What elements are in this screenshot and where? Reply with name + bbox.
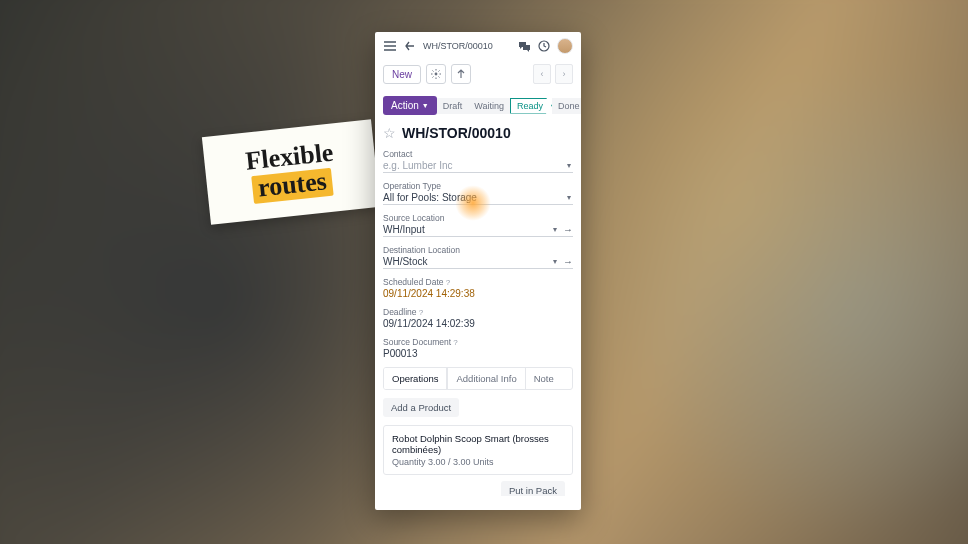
field-source-document: Source Document P00013: [383, 337, 573, 359]
add-product-button[interactable]: Add a Product: [383, 398, 459, 417]
tab-additional-info[interactable]: Additional Info: [447, 368, 524, 389]
open-link-icon[interactable]: →: [563, 224, 573, 235]
value-operation-type: All for Pools: Storage: [383, 192, 565, 203]
gear-icon[interactable]: [426, 64, 446, 84]
tabs: Operations Additional Info Note: [383, 367, 573, 390]
status-draft[interactable]: Draft: [437, 98, 469, 114]
placeholder-contact: e.g. Lumber Inc: [383, 160, 565, 171]
status-done[interactable]: Done: [552, 98, 581, 114]
form-footer: Put in Pack: [383, 475, 573, 496]
topbar: WH/STOR/00010: [375, 32, 581, 60]
value-source-location: WH/Input: [383, 224, 551, 235]
input-contact[interactable]: e.g. Lumber Inc ▾: [383, 160, 573, 173]
chat-icon[interactable]: [517, 39, 531, 53]
field-operation-type: Operation Type All for Pools: Storage ▾: [383, 181, 573, 205]
star-icon[interactable]: ☆: [383, 125, 396, 141]
form: Contact e.g. Lumber Inc ▾ Operation Type…: [375, 149, 581, 510]
label-source-location: Source Location: [383, 213, 573, 223]
toolbar: New ‹ ›: [375, 60, 581, 92]
product-name: Robot Dolphin Scoop Smart (brosses combi…: [392, 433, 564, 455]
value-deadline: 09/11/2024 14:02:39: [383, 318, 475, 329]
status-pipeline: Draft Waiting Ready Done: [437, 98, 581, 114]
label-contact: Contact: [383, 149, 573, 159]
value-scheduled-date[interactable]: 09/11/2024 14:29:38: [383, 288, 475, 299]
svg-point-1: [435, 73, 438, 76]
next-record-button[interactable]: ›: [555, 64, 573, 84]
chevron-down-icon[interactable]: ▾: [565, 161, 573, 170]
page-title: WH/STOR/00010: [402, 125, 511, 141]
breadcrumb[interactable]: WH/STOR/00010: [423, 41, 493, 51]
menu-icon[interactable]: [383, 39, 397, 53]
status-row: Action ▼ Draft Waiting Ready Done: [375, 92, 581, 123]
input-source-location[interactable]: WH/Input ▾ →: [383, 224, 573, 237]
value-destination-location: WH/Stock: [383, 256, 551, 267]
status-ready[interactable]: Ready: [510, 98, 552, 114]
action-label: Action: [391, 100, 419, 111]
put-in-pack-button[interactable]: Put in Pack: [501, 481, 565, 496]
product-card[interactable]: Robot Dolphin Scoop Smart (brosses combi…: [383, 425, 573, 475]
status-waiting[interactable]: Waiting: [468, 98, 510, 114]
field-source-location: Source Location WH/Input ▾ →: [383, 213, 573, 237]
field-contact: Contact e.g. Lumber Inc ▾: [383, 149, 573, 173]
field-deadline: Deadline 09/11/2024 14:02:39: [383, 307, 573, 329]
sticky-line2: routes: [251, 168, 334, 204]
tab-operations[interactable]: Operations: [384, 368, 447, 389]
input-operation-type[interactable]: All for Pools: Storage ▾: [383, 192, 573, 205]
sticky-note: Flexible routes: [202, 119, 380, 224]
prev-record-button[interactable]: ‹: [533, 64, 551, 84]
input-destination-location[interactable]: WH/Stock ▾ →: [383, 256, 573, 269]
back-arrow-icon[interactable]: [403, 39, 417, 53]
app-frame: WH/STOR/00010 New ‹ › Action ▼ Draft Wai…: [375, 32, 581, 510]
label-scheduled-date: Scheduled Date: [383, 277, 573, 287]
avatar[interactable]: [557, 38, 573, 54]
product-qty: Quantity 3.00 / 3.00 Units: [392, 457, 564, 467]
label-destination-location: Destination Location: [383, 245, 573, 255]
open-link-icon[interactable]: →: [563, 256, 573, 267]
new-button[interactable]: New: [383, 65, 421, 84]
field-scheduled-date: Scheduled Date 09/11/2024 14:29:38: [383, 277, 573, 299]
clock-icon[interactable]: [537, 39, 551, 53]
label-source-document: Source Document: [383, 337, 573, 347]
field-destination-location: Destination Location WH/Stock ▾ →: [383, 245, 573, 269]
label-operation-type: Operation Type: [383, 181, 573, 191]
action-button[interactable]: Action ▼: [383, 96, 437, 115]
title-bar: ☆ WH/STOR/00010: [375, 123, 581, 149]
chevron-down-icon[interactable]: ▾: [551, 225, 559, 234]
chevron-down-icon[interactable]: ▾: [551, 257, 559, 266]
upload-icon[interactable]: [451, 64, 471, 84]
value-source-document: P00013: [383, 348, 417, 359]
tab-note[interactable]: Note: [525, 368, 562, 389]
chevron-down-icon: ▼: [422, 102, 429, 109]
label-deadline: Deadline: [383, 307, 573, 317]
chevron-down-icon[interactable]: ▾: [565, 193, 573, 202]
